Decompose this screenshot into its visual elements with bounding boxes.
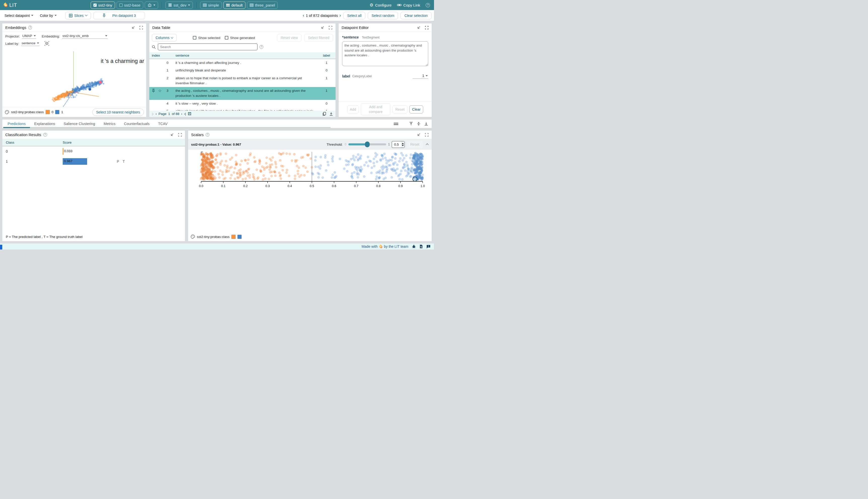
- legend-label-class0: 0: [51, 110, 53, 114]
- minimize-icon[interactable]: [320, 26, 324, 30]
- select-filtered-button[interactable]: Select filtered: [304, 34, 333, 41]
- model-chip-sst2-tiny[interactable]: ✓ sst2-tiny: [91, 1, 115, 9]
- maximize-icon[interactable]: [425, 133, 429, 137]
- help-circle-icon[interactable]: ?: [426, 3, 430, 7]
- help-circle-icon[interactable]: ?: [206, 133, 210, 136]
- step-up-icon[interactable]: [402, 143, 404, 144]
- select-nearest-neighbors-button[interactable]: Select 10 nearest neighbors: [92, 108, 144, 116]
- select-datapoint-dropdown[interactable]: Select datapoint: [2, 14, 35, 17]
- next-page-button[interactable]: ›: [181, 112, 182, 116]
- tab-tcav[interactable]: TCAV: [154, 120, 172, 128]
- table-header-row[interactable]: index sentence label: [149, 52, 335, 59]
- table-row[interactable]: 2 allows us to hope that nolan is poised…: [149, 74, 335, 87]
- table-row[interactable]: 5 although laced with humor and a few fa…: [149, 107, 335, 111]
- chevron-down-icon: [188, 4, 190, 6]
- threshold-stepper[interactable]: 0.5: [392, 141, 405, 148]
- step-down-icon[interactable]: [402, 145, 404, 146]
- slices-button[interactable]: Slices: [65, 12, 91, 20]
- add-and-compare-button[interactable]: Add and compare: [361, 104, 391, 115]
- color-by-dropdown[interactable]: Color by: [38, 14, 58, 17]
- maximize-icon[interactable]: [139, 26, 143, 30]
- svg-text:0.8: 0.8: [376, 184, 380, 188]
- doc-search-icon[interactable]: [419, 244, 423, 248]
- model-menu-button[interactable]: [145, 1, 158, 9]
- tab-predictions[interactable]: Predictions: [3, 120, 30, 128]
- pin-datapoint-button[interactable]: Pin datapoint 3: [93, 12, 145, 20]
- copy-link-button[interactable]: Copy Link: [397, 3, 420, 7]
- reset-view-button[interactable]: Reset view: [277, 34, 301, 41]
- model-chip-sst2-base[interactable]: sst2-base: [117, 1, 143, 9]
- prev-datapoint-button[interactable]: ‹: [303, 13, 304, 18]
- clear-button[interactable]: Clear: [409, 105, 423, 113]
- last-page-button[interactable]: ›|: [184, 112, 186, 116]
- select-random-button[interactable]: Select random: [368, 12, 398, 20]
- minimize-icon[interactable]: [417, 133, 421, 137]
- tab-metrics[interactable]: Metrics: [99, 120, 120, 128]
- table-row[interactable]: 0 it 's a charming and often affecting j…: [149, 59, 335, 66]
- palette-icon: [5, 110, 9, 114]
- corner-accent: [0, 245, 2, 250]
- align-top-icon[interactable]: [409, 122, 413, 126]
- columns-button[interactable]: Columns: [152, 34, 177, 41]
- drag-handle-icon[interactable]: [393, 122, 399, 125]
- dice-icon[interactable]: ⚄: [188, 111, 191, 116]
- tab-explanations[interactable]: Explanations: [30, 120, 59, 128]
- help-circle-icon[interactable]: ?: [43, 133, 47, 136]
- scalars-field-label: sst2-tiny:probas:1 - Value: 0.967: [191, 143, 241, 146]
- scalars-chart[interactable]: 0.00.10.20.30.40.50.60.70.80.91.0: [188, 150, 432, 189]
- column-header-sentence[interactable]: sentence: [171, 53, 318, 57]
- show-selected-checkbox[interactable]: Show selected: [193, 36, 220, 40]
- copy-icon[interactable]: [322, 112, 326, 116]
- table-row[interactable]: 4 it 's slow -- very , very slow . 0: [149, 100, 335, 107]
- configure-button[interactable]: ⚙ Configure: [370, 2, 391, 8]
- cube-icon[interactable]: [44, 41, 50, 46]
- minimize-icon[interactable]: [417, 26, 421, 30]
- tab-salience-clustering[interactable]: Salience Clustering: [59, 120, 99, 128]
- reset-button[interactable]: Reset: [392, 105, 407, 113]
- select-all-button[interactable]: Select all: [343, 12, 365, 20]
- layout-chip-simple[interactable]: simple: [200, 1, 222, 9]
- column-header-label[interactable]: label: [318, 53, 335, 57]
- column-header-index[interactable]: index: [149, 53, 171, 57]
- maximize-icon[interactable]: [329, 26, 333, 30]
- next-datapoint-button[interactable]: ›: [339, 13, 341, 18]
- threshold-reset-button[interactable]: Reset: [407, 141, 423, 148]
- table-row-selected[interactable]: ☆ 3 the acting , costumes , music , cine…: [149, 87, 335, 100]
- chevron-down-icon: [31, 15, 33, 16]
- pin-icon[interactable]: [152, 89, 155, 93]
- align-middle-icon[interactable]: [417, 122, 421, 126]
- search-input[interactable]: [158, 44, 258, 50]
- slider-thumb[interactable]: [365, 142, 370, 147]
- layout-chip-default[interactable]: default: [223, 1, 246, 9]
- show-generated-checkbox[interactable]: Show generated: [225, 36, 255, 40]
- help-circle-icon[interactable]: ?: [28, 26, 32, 29]
- feedback-icon[interactable]: [426, 245, 430, 248]
- tab-counterfactuals[interactable]: Counterfactuals: [120, 120, 154, 128]
- minimize-icon[interactable]: [131, 26, 135, 30]
- prev-page-button[interactable]: ‹: [156, 112, 157, 116]
- collapse-icon[interactable]: [426, 143, 428, 146]
- maximize-icon[interactable]: [178, 133, 182, 137]
- threshold-slider[interactable]: [348, 143, 386, 145]
- dataset-chip[interactable]: sst_dev: [165, 1, 193, 9]
- first-page-button[interactable]: |‹: [152, 112, 154, 116]
- label-by-select[interactable]: sentence: [21, 41, 39, 46]
- maximize-icon[interactable]: [425, 26, 429, 30]
- bug-icon[interactable]: [412, 244, 416, 248]
- embeddings-projection-plot[interactable]: it 's a charming ar: [2, 49, 146, 107]
- projector-select[interactable]: UMAP: [22, 34, 36, 39]
- label-by-label: Label by:: [5, 42, 19, 46]
- score-value-class1: 0.967: [64, 159, 72, 163]
- add-button[interactable]: Add: [347, 105, 359, 113]
- table-row[interactable]: 1 unflinchingly bleak and desperate 0: [149, 66, 335, 74]
- minimize-icon[interactable]: [170, 133, 174, 137]
- star-icon[interactable]: ☆: [158, 89, 162, 93]
- clear-selection-button[interactable]: Clear selection: [401, 12, 431, 20]
- label-field-select[interactable]: 1: [413, 74, 428, 79]
- layout-chip-three-panel[interactable]: three_panel: [247, 1, 278, 9]
- download-icon[interactable]: [329, 112, 333, 116]
- embedding-select[interactable]: sst2-tiny:cls_emb: [62, 34, 108, 39]
- sentence-field-input[interactable]: the acting , costumes , music , cinemato…: [342, 41, 428, 66]
- help-circle-icon[interactable]: ?: [260, 45, 263, 49]
- align-bottom-icon[interactable]: [424, 122, 428, 126]
